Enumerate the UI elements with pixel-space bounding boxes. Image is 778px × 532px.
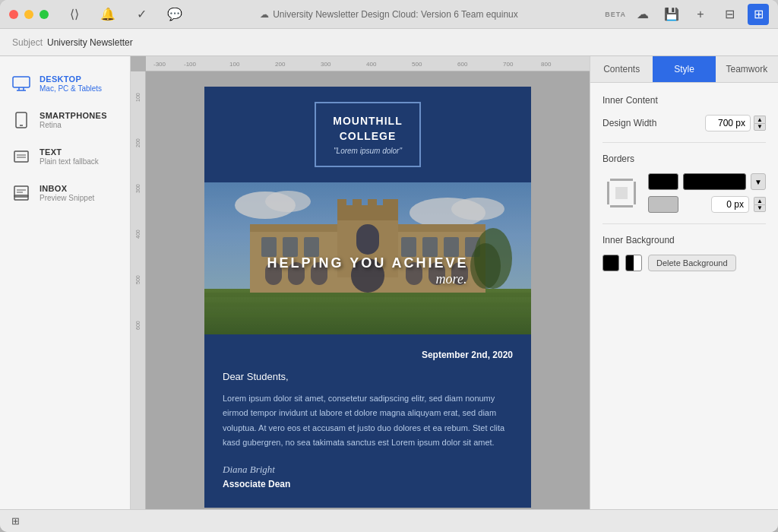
email-header: MOUNTHILLCOLLEGE "Lorem ipsum dolor" xyxy=(204,87,531,182)
svg-rect-12 xyxy=(14,195,28,200)
svg-rect-0 xyxy=(13,77,30,87)
svg-text:700: 700 xyxy=(503,61,514,68)
sidebar-item-inbox[interactable]: INBOX Preview Snippet xyxy=(0,175,130,211)
desktop-icon xyxy=(11,73,32,94)
border-stepper-up[interactable]: ▲ xyxy=(754,197,766,204)
desktop-text: DESKTOP Mac, PC & Tablets xyxy=(40,74,102,93)
sidebar-item-desktop[interactable]: DESKTOP Mac, PC & Tablets xyxy=(0,65,130,102)
border-stepper-down[interactable]: ▼ xyxy=(754,204,766,212)
border-selector-inner xyxy=(607,179,636,207)
subject-label: Subject xyxy=(12,37,43,48)
email-canvas: MOUNTHILLCOLLEGE "Lorem ipsum dolor" xyxy=(204,87,531,494)
design-width-input[interactable] xyxy=(705,115,751,131)
border-line-preview xyxy=(683,173,746,190)
tab-style[interactable]: Style xyxy=(653,56,715,82)
border-width-stepper: ▲ ▼ xyxy=(754,197,766,212)
border-selector[interactable] xyxy=(602,174,640,212)
inbox-icon xyxy=(11,182,32,204)
email-signature-italic: Diana Bright xyxy=(223,464,513,476)
smartphones-sublabel: Retina xyxy=(40,121,107,129)
border-color-row: ▼ xyxy=(648,173,766,190)
stepper-down[interactable]: ▼ xyxy=(754,123,766,131)
email-date: September 2nd, 2020 xyxy=(223,350,513,360)
bg-color-swatch-half[interactable] xyxy=(625,255,642,271)
grid-icon[interactable]: ⊞ xyxy=(748,4,769,25)
border-color-swatch[interactable] xyxy=(648,173,678,190)
border-radius-swatch[interactable] xyxy=(648,196,678,213)
college-logo: MOUNTHILLCOLLEGE "Lorem ipsum dolor" xyxy=(315,102,420,167)
main-area: DESKTOP Mac, PC & Tablets SMARTPHONES Re… xyxy=(0,56,778,509)
text-view-text: TEXT Plain text fallback xyxy=(40,147,99,166)
email-paragraph: Lorem ipsum dolor sit amet, consetetur s… xyxy=(223,391,513,450)
svg-text:HELPING YOU ACHIEVE: HELPING YOU ACHIEVE xyxy=(267,255,468,271)
design-width-control: ▲ ▼ xyxy=(705,115,766,131)
college-name: MOUNTHILLCOLLEGE xyxy=(333,114,402,144)
border-left xyxy=(607,182,609,204)
ruler-vertical: 100 200 300 400 500 600 xyxy=(131,71,146,509)
design-width-stepper: ▲ ▼ xyxy=(754,116,766,131)
notification-icon[interactable]: 🔔 xyxy=(97,4,119,25)
svg-text:400: 400 xyxy=(135,230,141,239)
inbox-sublabel: Preview Snippet xyxy=(40,194,94,202)
svg-text:200: 200 xyxy=(275,61,286,68)
svg-text:600: 600 xyxy=(457,61,468,68)
message-icon[interactable]: 💬 xyxy=(164,4,185,25)
titlebar-tools: ⟨⟩ 🔔 ✓ 💬 xyxy=(64,4,185,25)
tab-teamwork[interactable]: Teamwork xyxy=(716,56,778,82)
delete-background-button[interactable]: Delete Background xyxy=(648,255,736,271)
canvas-scroll[interactable]: MOUNTHILLCOLLEGE "Lorem ipsum dolor" xyxy=(146,71,590,509)
sidebar-item-text[interactable]: TEXT Plain text fallback xyxy=(0,138,130,175)
sidebar-item-smartphones[interactable]: SMARTPHONES Retina xyxy=(0,102,130,138)
panel-tabs: Contents Style Teamwork xyxy=(590,56,778,83)
border-width-input[interactable] xyxy=(711,196,749,213)
border-bottom xyxy=(610,205,633,207)
smartphones-text: SMARTPHONES Retina xyxy=(40,111,107,129)
tab-contents[interactable]: Contents xyxy=(590,56,653,82)
college-tagline: "Lorem ipsum dolor" xyxy=(333,147,402,155)
bottom-icon[interactable]: ⊞ xyxy=(8,514,23,529)
right-panel: Contents Style Teamwork Inner Content De… xyxy=(590,56,778,509)
svg-text:300: 300 xyxy=(321,61,331,68)
inner-content-title: Inner Content xyxy=(602,95,766,106)
back-forward-icon[interactable]: ⟨⟩ xyxy=(64,4,85,25)
desktop-sublabel: Mac, PC & Tablets xyxy=(40,84,102,93)
minimize-button[interactable] xyxy=(24,10,33,19)
desktop-label: DESKTOP xyxy=(40,74,102,84)
text-sublabel: Plain text fallback xyxy=(40,157,99,166)
inner-bg-title: Inner Background xyxy=(602,235,766,245)
close-button[interactable] xyxy=(9,10,18,19)
add-icon[interactable]: + xyxy=(690,4,711,25)
svg-text:600: 600 xyxy=(135,321,141,330)
hero-image-container: HELPING YOU ACHIEVE more. xyxy=(204,182,531,334)
svg-text:400: 400 xyxy=(366,61,377,68)
text-label: TEXT xyxy=(40,147,99,157)
stepper-up[interactable]: ▲ xyxy=(754,116,766,123)
titlebar-right-icons: ☁ 💾 + ⊟ ⊞ xyxy=(632,4,769,25)
layout-icon[interactable]: ⊟ xyxy=(719,4,740,25)
save-icon[interactable]: 💾 xyxy=(661,4,682,25)
bg-color-swatch-black[interactable] xyxy=(602,255,619,271)
panel-content: Inner Content Design Width ▲ ▼ Borders xyxy=(590,83,778,509)
email-greeting: Dear Students, xyxy=(223,371,513,382)
design-width-label: Design Width xyxy=(602,118,656,128)
maximize-button[interactable] xyxy=(40,10,49,19)
border-top xyxy=(610,179,633,181)
canvas-area[interactable]: -300 -100 100 200 300 400 500 600 700 80… xyxy=(131,56,590,509)
border-right xyxy=(634,182,636,204)
borders-title: Borders xyxy=(602,154,766,164)
svg-text:800: 800 xyxy=(541,61,552,68)
check-icon[interactable]: ✓ xyxy=(131,4,152,25)
titlebar: ⟨⟩ 🔔 ✓ 💬 ☁ University Newsletter Design … xyxy=(0,0,778,29)
border-style-dropdown[interactable]: ▼ xyxy=(751,173,766,190)
titlebar-right: BETA ☁ 💾 + ⊟ ⊞ xyxy=(605,4,769,25)
sidebar: DESKTOP Mac, PC & Tablets SMARTPHONES Re… xyxy=(0,56,131,509)
svg-text:-300: -300 xyxy=(153,61,166,68)
design-width-row: Design Width ▲ ▼ xyxy=(602,115,766,131)
borders-grid: ▼ ▲ ▼ xyxy=(602,173,766,213)
cloud-upload-icon[interactable]: ☁ xyxy=(632,4,653,25)
svg-text:100: 100 xyxy=(229,61,240,68)
svg-text:-100: -100 xyxy=(184,61,197,68)
border-width-row: ▲ ▼ xyxy=(648,196,766,213)
inbox-label: INBOX xyxy=(40,184,94,193)
svg-text:more.: more. xyxy=(436,271,467,287)
